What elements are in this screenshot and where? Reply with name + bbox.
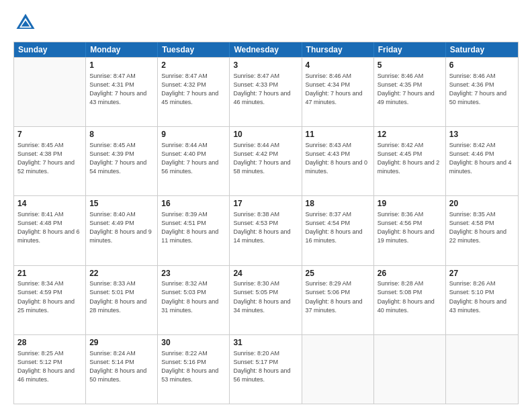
day-number: 23 (161, 268, 226, 279)
page: SundayMondayTuesdayWednesdayThursdayFrid… (0, 0, 532, 411)
calendar-cell: 31Sunrise: 8:20 AMSunset: 5:17 PMDayligh… (230, 335, 302, 404)
calendar-header: SundayMondayTuesdayWednesdayThursdayFrid… (14, 42, 518, 57)
day-number: 12 (378, 129, 442, 140)
calendar-cell: 20Sunrise: 8:35 AMSunset: 4:58 PMDayligh… (446, 196, 518, 265)
calendar-cell: 10Sunrise: 8:44 AMSunset: 4:42 PMDayligh… (230, 127, 302, 195)
calendar-cell: 24Sunrise: 8:30 AMSunset: 5:05 PMDayligh… (230, 266, 302, 334)
calendar-header-day: Tuesday (158, 42, 230, 57)
day-number: 6 (449, 60, 515, 71)
day-number: 11 (306, 129, 370, 140)
calendar-week-row: 21Sunrise: 8:34 AMSunset: 4:59 PMDayligh… (14, 265, 518, 334)
calendar-cell: 25Sunrise: 8:29 AMSunset: 5:06 PMDayligh… (302, 266, 374, 334)
calendar-cell: 6Sunrise: 8:46 AMSunset: 4:36 PMDaylight… (446, 58, 518, 126)
calendar-cell: 16Sunrise: 8:39 AMSunset: 4:51 PMDayligh… (158, 196, 230, 265)
calendar-cell: 11Sunrise: 8:43 AMSunset: 4:43 PMDayligh… (302, 127, 374, 195)
calendar-cell: 28Sunrise: 8:25 AMSunset: 5:12 PMDayligh… (14, 335, 86, 404)
calendar-week-row: 1Sunrise: 8:47 AMSunset: 4:31 PMDaylight… (14, 57, 518, 126)
calendar-week-row: 14Sunrise: 8:41 AMSunset: 4:48 PMDayligh… (14, 195, 518, 265)
day-number: 10 (233, 129, 298, 140)
day-number: 21 (17, 268, 82, 279)
day-number: 4 (306, 60, 370, 71)
day-number: 19 (378, 198, 442, 210)
sun-info: Sunrise: 8:47 AMSunset: 4:33 PMDaylight:… (233, 72, 298, 107)
day-number: 13 (449, 129, 515, 140)
calendar-cell: 19Sunrise: 8:36 AMSunset: 4:56 PMDayligh… (374, 196, 446, 265)
sun-info: Sunrise: 8:20 AMSunset: 5:17 PMDaylight:… (233, 349, 298, 384)
calendar-cell (14, 58, 86, 126)
calendar-cell: 4Sunrise: 8:46 AMSunset: 4:34 PMDaylight… (302, 58, 374, 126)
header (13, 11, 519, 35)
calendar-cell (374, 335, 446, 404)
sun-info: Sunrise: 8:33 AMSunset: 5:01 PMDaylight:… (89, 279, 154, 314)
sun-info: Sunrise: 8:25 AMSunset: 5:12 PMDaylight:… (17, 349, 82, 384)
sun-info: Sunrise: 8:29 AMSunset: 5:06 PMDaylight:… (306, 279, 370, 314)
calendar-cell: 18Sunrise: 8:37 AMSunset: 4:54 PMDayligh… (302, 196, 374, 265)
calendar-cell: 3Sunrise: 8:47 AMSunset: 4:33 PMDaylight… (230, 58, 302, 126)
sun-info: Sunrise: 8:47 AMSunset: 4:31 PMDaylight:… (89, 72, 154, 107)
day-number: 31 (233, 337, 298, 349)
day-number: 18 (306, 198, 370, 210)
calendar-cell: 9Sunrise: 8:44 AMSunset: 4:40 PMDaylight… (158, 127, 230, 195)
calendar-cell: 21Sunrise: 8:34 AMSunset: 4:59 PMDayligh… (14, 266, 86, 334)
day-number: 14 (17, 198, 82, 210)
day-number: 30 (161, 337, 226, 349)
calendar-cell: 29Sunrise: 8:24 AMSunset: 5:14 PMDayligh… (86, 335, 158, 404)
day-number: 28 (17, 337, 82, 349)
day-number: 2 (161, 60, 226, 71)
calendar-cell: 13Sunrise: 8:42 AMSunset: 4:46 PMDayligh… (446, 127, 518, 195)
day-number: 17 (233, 198, 298, 210)
calendar-week-row: 28Sunrise: 8:25 AMSunset: 5:12 PMDayligh… (14, 334, 518, 404)
sun-info: Sunrise: 8:44 AMSunset: 4:40 PMDaylight:… (161, 141, 226, 176)
sun-info: Sunrise: 8:43 AMSunset: 4:43 PMDaylight:… (306, 141, 370, 176)
calendar-header-day: Friday (374, 42, 446, 57)
sun-info: Sunrise: 8:36 AMSunset: 4:56 PMDaylight:… (378, 210, 442, 245)
calendar-header-day: Thursday (302, 42, 374, 57)
sun-info: Sunrise: 8:26 AMSunset: 5:10 PMDaylight:… (449, 279, 515, 314)
day-number: 1 (89, 60, 154, 71)
sun-info: Sunrise: 8:45 AMSunset: 4:38 PMDaylight:… (17, 141, 82, 176)
sun-info: Sunrise: 8:47 AMSunset: 4:32 PMDaylight:… (161, 72, 226, 107)
sun-info: Sunrise: 8:37 AMSunset: 4:54 PMDaylight:… (306, 210, 370, 245)
sun-info: Sunrise: 8:44 AMSunset: 4:42 PMDaylight:… (233, 141, 298, 176)
calendar: SundayMondayTuesdayWednesdayThursdayFrid… (13, 42, 519, 404)
sun-info: Sunrise: 8:34 AMSunset: 4:59 PMDaylight:… (17, 279, 82, 314)
calendar-cell (302, 335, 374, 404)
sun-info: Sunrise: 8:42 AMSunset: 4:46 PMDaylight:… (449, 141, 515, 176)
calendar-week-row: 7Sunrise: 8:45 AMSunset: 4:38 PMDaylight… (14, 126, 518, 195)
day-number: 15 (89, 198, 154, 210)
calendar-cell: 5Sunrise: 8:46 AMSunset: 4:35 PMDaylight… (374, 58, 446, 126)
calendar-header-day: Sunday (14, 42, 86, 57)
sun-info: Sunrise: 8:28 AMSunset: 5:08 PMDaylight:… (378, 279, 442, 314)
calendar-header-day: Monday (86, 42, 158, 57)
sun-info: Sunrise: 8:30 AMSunset: 5:05 PMDaylight:… (233, 279, 298, 314)
calendar-header-day: Wednesday (230, 42, 302, 57)
calendar-cell: 15Sunrise: 8:40 AMSunset: 4:49 PMDayligh… (86, 196, 158, 265)
calendar-cell: 22Sunrise: 8:33 AMSunset: 5:01 PMDayligh… (86, 266, 158, 334)
calendar-cell: 23Sunrise: 8:32 AMSunset: 5:03 PMDayligh… (158, 266, 230, 334)
sun-info: Sunrise: 8:32 AMSunset: 5:03 PMDaylight:… (161, 279, 226, 314)
day-number: 3 (233, 60, 298, 71)
day-number: 24 (233, 268, 298, 279)
calendar-cell: 30Sunrise: 8:22 AMSunset: 5:16 PMDayligh… (158, 335, 230, 404)
day-number: 29 (89, 337, 154, 349)
sun-info: Sunrise: 8:35 AMSunset: 4:58 PMDaylight:… (449, 210, 515, 245)
day-number: 27 (449, 268, 515, 279)
day-number: 25 (306, 268, 370, 279)
sun-info: Sunrise: 8:22 AMSunset: 5:16 PMDaylight:… (161, 349, 226, 384)
calendar-cell: 14Sunrise: 8:41 AMSunset: 4:48 PMDayligh… (14, 196, 86, 265)
calendar-cell: 12Sunrise: 8:42 AMSunset: 4:45 PMDayligh… (374, 127, 446, 195)
sun-info: Sunrise: 8:45 AMSunset: 4:39 PMDaylight:… (89, 141, 154, 176)
logo (13, 11, 40, 35)
sun-info: Sunrise: 8:42 AMSunset: 4:45 PMDaylight:… (378, 141, 442, 176)
day-number: 16 (161, 198, 226, 210)
sun-info: Sunrise: 8:41 AMSunset: 4:48 PMDaylight:… (17, 210, 82, 245)
logo-icon (13, 11, 38, 35)
sun-info: Sunrise: 8:46 AMSunset: 4:36 PMDaylight:… (449, 72, 515, 107)
sun-info: Sunrise: 8:38 AMSunset: 4:53 PMDaylight:… (233, 210, 298, 245)
sun-info: Sunrise: 8:46 AMSunset: 4:34 PMDaylight:… (306, 72, 370, 107)
sun-info: Sunrise: 8:40 AMSunset: 4:49 PMDaylight:… (89, 210, 154, 245)
day-number: 5 (378, 60, 442, 71)
calendar-cell: 2Sunrise: 8:47 AMSunset: 4:32 PMDaylight… (158, 58, 230, 126)
sun-info: Sunrise: 8:46 AMSunset: 4:35 PMDaylight:… (378, 72, 442, 107)
calendar-cell: 17Sunrise: 8:38 AMSunset: 4:53 PMDayligh… (230, 196, 302, 265)
